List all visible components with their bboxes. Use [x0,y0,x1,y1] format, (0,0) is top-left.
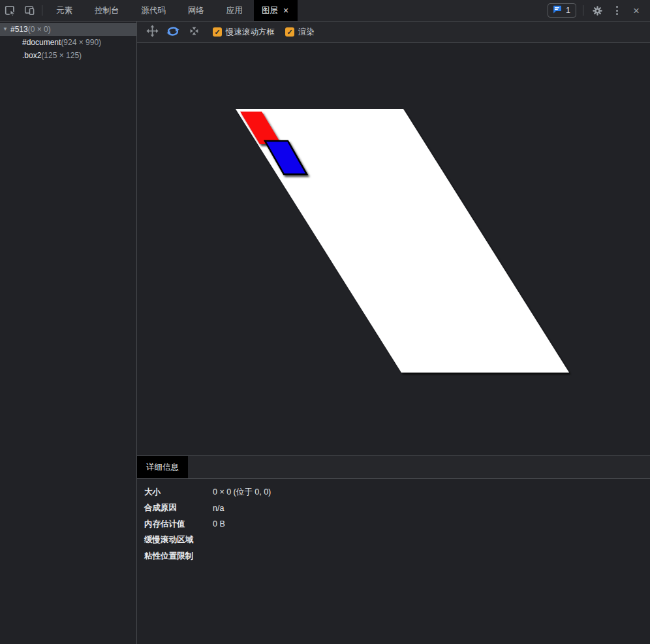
gear-icon [592,5,603,16]
checkbox-checked-icon[interactable]: ✓ [285,27,294,37]
layer-size: (0 × 0) [28,23,51,36]
kebab-menu-icon [616,6,618,15]
tab-network[interactable]: 网络 [177,0,215,21]
toolbar-divider [583,5,583,16]
more-options-button[interactable] [607,6,627,15]
slow-scroll-rects-toggle[interactable]: ✓ 慢速滚动方框 [213,27,275,38]
device-toolbar-icon [23,5,35,16]
issues-count: 1 [566,6,570,15]
detail-label: 缓慢滚动区域 [144,534,213,545]
paints-toggle[interactable]: ✓ 渲染 [285,27,315,38]
checkbox-checked-icon[interactable]: ✓ [213,27,222,37]
layer-size: (125 × 125) [41,49,82,62]
layers-scene [137,43,649,455]
detail-value: 0 × 0 (位于 0, 0) [213,487,271,498]
canvas-toolbar: ✓ 慢速滚动方框 ✓ 渲染 [137,22,650,43]
inspect-cursor-icon [4,5,16,16]
detail-value: n/a [213,504,224,513]
detail-label: 合成原因 [144,502,213,514]
toolbar-left: 元素 控制台 源代码 网络 应用 图层 × [0,0,298,21]
detail-value: 0 B [213,519,225,529]
detail-row-sticky-constraints: 粘性位置限制 [144,548,650,564]
center-view-icon [188,25,200,39]
layer-tree-item-document[interactable]: #document (924 × 990) [0,36,136,49]
detail-row-slow-scroll-regions: 缓慢滚动区域 [144,532,650,549]
detail-label: 大小 [144,487,213,498]
tab-label: 源代码 [142,5,166,16]
close-icon: × [633,5,640,16]
tab-sources[interactable]: 源代码 [131,0,178,21]
detail-row-size: 大小 0 × 0 (位于 0, 0) [144,484,650,500]
rotate-mode-button[interactable] [164,23,181,40]
settings-button[interactable] [587,5,607,16]
devtools-window: 元素 控制台 源代码 网络 应用 图层 × [0,0,650,644]
tab-label: 图层 [262,5,278,16]
devtools-main-toolbar: 元素 控制台 源代码 网络 应用 图层 × [0,0,650,22]
detail-label: 粘性位置限制 [144,551,213,562]
tab-label: 控制台 [95,5,119,16]
layers-panel: ▼ #513 (0 × 0) #document (924 × 990) .bo… [0,22,650,644]
layer-size: (924 × 990) [61,36,101,49]
checkbox-label: 渲染 [298,27,315,38]
tab-console[interactable]: 控制台 [84,0,131,21]
close-devtools-button[interactable]: × [627,5,646,16]
tab-details[interactable]: 详细信息 [137,456,188,478]
rotate-3d-icon [166,25,180,39]
reset-view-button[interactable] [185,23,202,40]
tab-label: 应用 [226,5,243,16]
tab-label: 详细信息 [146,462,179,473]
panel-tabs: 元素 控制台 源代码 网络 应用 图层 × [45,0,298,21]
inspect-element-button[interactable] [0,0,20,21]
detail-row-compositing-reason: 合成原因 n/a [144,500,650,517]
checkbox-label: 慢速滚动方框 [226,27,275,38]
chevron-down-icon[interactable]: ▼ [3,23,10,36]
device-toolbar-button[interactable] [20,0,39,21]
details-tabbar: 详细信息 [137,456,650,479]
tab-layers[interactable]: 图层 × [254,0,298,21]
tab-application[interactable]: 应用 [215,0,254,21]
layer-tree-item-513[interactable]: ▼ #513 (0 × 0) [0,23,136,36]
layer-name: #513 [10,23,28,36]
pan-icon [146,25,159,39]
layer-name: .box2 [22,49,41,62]
detail-label: 内存估计值 [144,519,213,530]
layers-main: ✓ 慢速滚动方框 ✓ 渲染 [137,22,650,644]
toolbar-divider [42,5,42,16]
detail-row-memory-estimate: 内存估计值 0 B [144,516,650,532]
details-body: 大小 0 × 0 (位于 0, 0) 合成原因 n/a 内存估计值 0 B 缓慢… [137,479,650,564]
pan-mode-button[interactable] [144,23,161,40]
layers-3d-canvas[interactable] [137,43,650,455]
tab-close-icon[interactable]: × [282,6,290,15]
toolbar-right: 1 [548,0,650,21]
tab-label: 网络 [188,5,204,16]
tab-label: 元素 [56,5,72,16]
details-panel: 详细信息 大小 0 × 0 (位于 0, 0) 合成原因 n/a 内存估计值 0… [137,455,650,644]
issues-badge[interactable]: 1 [548,3,576,18]
layer-tree-sidebar: ▼ #513 (0 × 0) #document (924 × 990) .bo… [0,22,137,644]
issues-feedback-icon [552,5,562,16]
layer-name: #document [22,36,61,49]
layer-tree-item-box2[interactable]: .box2 (125 × 125) [0,49,136,62]
tab-elements[interactable]: 元素 [45,0,84,21]
